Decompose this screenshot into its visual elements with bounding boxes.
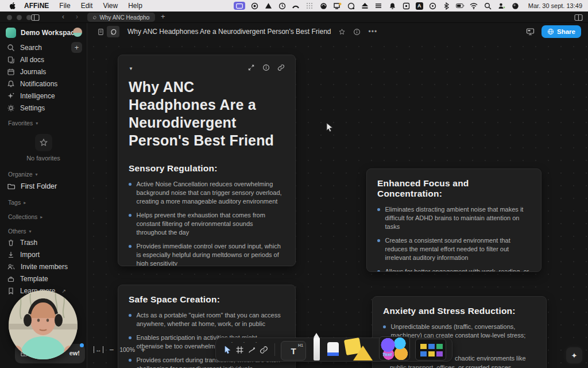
sidebar-item-settings[interactable]: Settings [0,102,87,114]
globe-orb-icon[interactable] [511,2,520,10]
minimize-window-button[interactable] [17,15,22,20]
sidebar-item-first-folder[interactable]: First Folder [0,179,87,193]
note-card-focus[interactable]: Enhanced Focus and Concentration: Elimin… [366,168,541,272]
info-icon[interactable] [262,63,270,74]
user-switch-icon[interactable] [497,2,506,10]
disc-icon[interactable] [428,2,437,10]
doc-tab[interactable]: Why ANC Headphones Are a [87,13,155,22]
fit-to-screen-button[interactable]: ↔ [94,346,103,353]
select-tool-button[interactable]: ˆ [222,341,234,358]
workspace-switcher[interactable]: Demo Workspace [0,23,87,41]
window-box-icon[interactable] [402,2,411,10]
menubar-menu-item[interactable]: View [103,2,118,10]
clock-icon[interactable] [278,2,287,10]
record-circle-icon[interactable] [250,2,259,10]
bullet-dot [129,359,131,362]
eject-icon[interactable] [361,2,369,10]
frame-icon [235,346,244,354]
connector-tool-button[interactable]: ˆ [246,341,258,358]
notification-dot [80,343,84,347]
frame-tool-button[interactable]: ˆ [234,341,246,358]
menubar-status-area: A Mar. 30 sept. 13:49 [234,2,582,10]
sidebar-item-journals[interactable]: Journals [0,66,87,78]
close-window-button[interactable] [7,15,12,20]
swirl-icon[interactable] [319,2,328,10]
sidebar-item-all-docs[interactable]: All docs [0,53,87,66]
traffic-lights[interactable] [7,15,32,20]
doc-info-button[interactable] [353,28,361,36]
split-view-icon[interactable] [574,13,583,24]
grid-icon[interactable] [305,2,314,10]
menubar-app-name[interactable]: AFFiNE [24,2,49,10]
sidebar-toggle-icon[interactable] [31,13,40,24]
bullet-dot [129,245,131,248]
template-thumbnail-kanban[interactable] [415,339,446,361]
collapse-toggle-icon[interactable]: ▼ [129,66,133,71]
menubar-menu-item[interactable]: Edit [81,2,93,10]
webcam-overlay[interactable] [9,290,78,359]
bell-icon[interactable] [388,2,397,10]
nav-forward-button[interactable]: › [73,13,81,21]
eraser-tool[interactable] [327,342,339,361]
stack-icon[interactable] [374,2,383,10]
nav-back-button[interactable]: ‹ [59,13,67,21]
arc-icon[interactable] [292,2,300,10]
zoom-controls: ↔ − 100% + [94,345,145,354]
menubar-menu-item[interactable]: Help [128,2,142,10]
share-button[interactable]: Share [541,25,581,38]
note-text-tool[interactable]: T H1 [281,341,306,361]
user-avatar[interactable] [73,28,82,37]
new-doc-button[interactable]: + [71,42,82,53]
a-badge-icon[interactable]: A [416,2,423,10]
screen-recording-icon[interactable] [234,2,245,10]
ai-assistant-button[interactable]: ✦ [566,347,582,363]
external-link-icon: ↗ [61,288,66,294]
page-mode-button[interactable] [94,26,107,37]
sidebar-item-notifications[interactable]: Notifications [0,78,87,90]
edgeless-doc-icon [92,14,96,21]
edgeless-mode-button[interactable] [107,26,119,37]
wifi-icon[interactable] [470,2,478,10]
tool-variant-caret: ˆ [243,342,245,346]
more-options-button[interactable]: ••• [368,28,377,36]
tags-section-header[interactable]: Tags▸ [0,193,87,208]
menubar-clock[interactable]: Mar. 30 sept. 13:49 [528,2,582,9]
zoom-in-button[interactable]: + [141,345,145,354]
shape-tool[interactable] [344,338,374,361]
doc-header: Why ANC Headphones Are a Neurodivergent … [87,23,588,40]
favorite-star-button[interactable] [338,28,346,36]
organize-section-header[interactable]: Organize▾ [0,165,87,179]
favorites-empty-state: No favorites [0,128,87,165]
sidebar-item-template[interactable]: Template [0,273,87,285]
apple-menu-icon[interactable] [9,2,17,10]
tool-variant-caret: ˆ [231,342,233,346]
sidebar-item-intelligence[interactable]: Intelligence [0,90,87,102]
present-button[interactable] [526,28,535,36]
time-machine-icon[interactable] [347,2,355,10]
collections-section-header[interactable]: Collections▸ [0,208,87,222]
sidebar-item-invite-members[interactable]: Invite members [0,260,87,273]
new-tab-button[interactable]: + [161,12,165,21]
search-icon[interactable] [483,2,492,10]
favorites-section-header[interactable]: Favorites▾ [0,114,87,128]
warning-triangle-icon[interactable] [264,2,273,10]
sparkle-icon: ✦ [571,351,578,360]
others-section-header[interactable]: Others▾ [0,222,87,236]
link-tool-button[interactable] [258,341,270,358]
link-icon [260,346,268,354]
display-notification-icon[interactable] [333,2,342,10]
pen-tool[interactable] [314,338,320,361]
sidebar-item-trash[interactable]: Trash [0,236,87,248]
bluetooth-icon[interactable] [442,2,451,10]
expand-icon[interactable] [247,63,255,74]
doc-embed-card[interactable]: ▼ Why ANC Headphones Are a Neurodivergen… [118,55,296,266]
menubar-menu-item[interactable]: File [59,2,70,10]
webcam-video [9,290,78,359]
zoom-out-button[interactable]: − [109,345,114,354]
macos-menubar: AFFiNE FileEditViewHelp A M [0,0,588,12]
battery-icon[interactable] [456,2,465,10]
template-thumbnail-stickers[interactable]: Text [379,336,410,361]
sidebar-item-search[interactable]: Search + [0,41,87,53]
sidebar-item-import[interactable]: Import [0,248,87,260]
link-icon[interactable] [277,63,285,74]
